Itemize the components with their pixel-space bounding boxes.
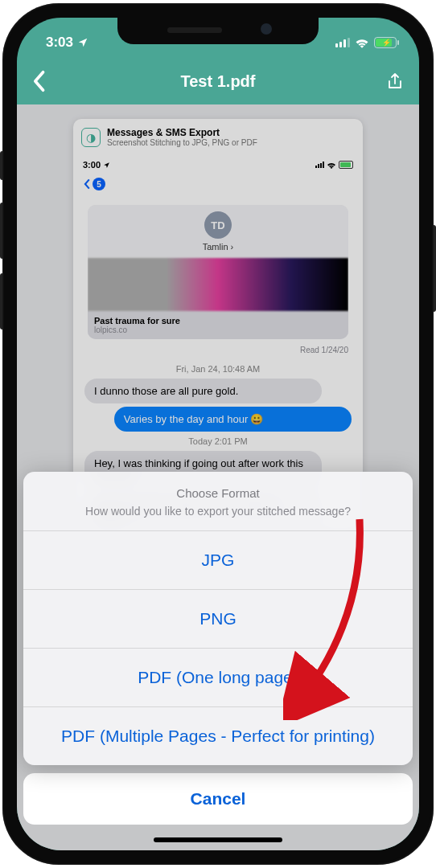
action-sheet-header: Choose Format How would you like to expo… bbox=[23, 472, 413, 531]
action-sheet-message: How would you like to export your stitch… bbox=[38, 505, 398, 518]
home-indicator[interactable] bbox=[154, 837, 282, 842]
option-pdf-multi[interactable]: PDF (Multiple Pages - Perfect for printi… bbox=[23, 707, 413, 765]
action-sheet-title: Choose Format bbox=[38, 486, 398, 500]
option-png[interactable]: PNG bbox=[23, 590, 413, 649]
cancel-button[interactable]: Cancel bbox=[23, 773, 413, 825]
option-pdf-long[interactable]: PDF (One long page) bbox=[23, 649, 413, 707]
option-jpg[interactable]: JPG bbox=[23, 531, 413, 590]
action-sheet: Choose Format How would you like to expo… bbox=[23, 472, 413, 765]
action-sheet-container: Choose Format How would you like to expo… bbox=[17, 18, 419, 850]
screen: 3:03 ⚡ Test 1.pdf ◑ Messages & SMS Expor… bbox=[17, 18, 419, 850]
phone-frame: 3:03 ⚡ Test 1.pdf ◑ Messages & SMS Expor… bbox=[2, 3, 434, 865]
